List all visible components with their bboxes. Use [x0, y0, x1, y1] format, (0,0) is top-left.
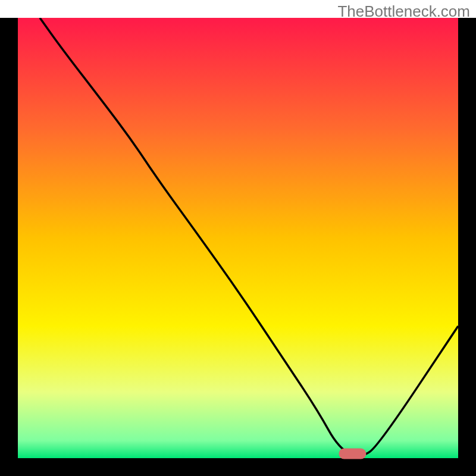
chart-svg — [0, 18, 476, 476]
watermark-text: TheBottleneck.com — [337, 2, 470, 21]
optimal-marker — [339, 449, 366, 459]
chart-frame — [0, 18, 476, 476]
chart-plot-area — [18, 18, 458, 458]
